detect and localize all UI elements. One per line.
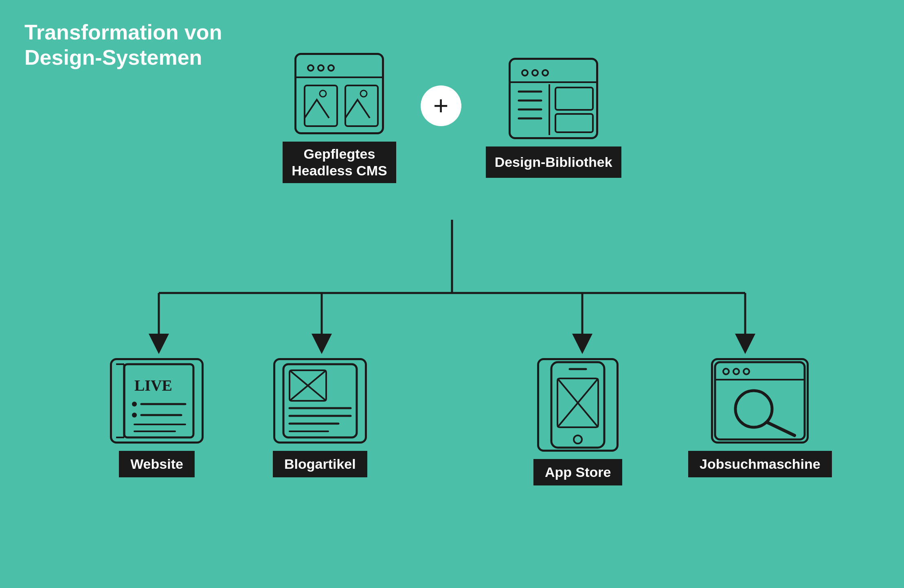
- design-icon-box: [509, 58, 598, 139]
- cms-icon-box: [294, 53, 384, 134]
- blogartikel-icon-box: [273, 358, 367, 444]
- svg-point-15: [320, 90, 326, 97]
- cms-container: Gepflegtes Headless CMS: [283, 53, 396, 183]
- design-lib-container: Design-Bibliothek: [486, 58, 621, 178]
- appstore-icon-box: [537, 358, 619, 452]
- svg-point-11: [318, 65, 324, 71]
- svg-point-57: [744, 369, 749, 374]
- svg-marker-6: [149, 334, 169, 354]
- cms-label: Gepflegtes Headless CMS: [283, 142, 396, 183]
- jobsuche-label: Jobsuchmaschine: [688, 451, 832, 477]
- svg-point-10: [308, 65, 314, 71]
- appstore-container: App Store: [533, 358, 622, 485]
- svg-point-20: [542, 70, 548, 76]
- svg-line-60: [767, 422, 794, 435]
- jobsuche-icon-box: [711, 358, 809, 444]
- website-icon-box: LIVE: [110, 358, 204, 444]
- svg-marker-9: [735, 334, 755, 354]
- svg-point-18: [522, 70, 528, 76]
- blogartikel-label: Blogartikel: [273, 451, 367, 477]
- svg-point-17: [360, 90, 367, 97]
- appstore-label: App Store: [533, 459, 622, 485]
- blogartikel-container: Blogartikel: [273, 358, 367, 477]
- svg-point-56: [733, 369, 739, 374]
- svg-marker-7: [312, 334, 332, 354]
- svg-point-55: [723, 369, 729, 374]
- svg-text:LIVE: LIVE: [134, 377, 172, 394]
- svg-rect-27: [555, 87, 593, 110]
- plus-symbol: +: [421, 85, 461, 126]
- svg-point-19: [532, 70, 538, 76]
- svg-point-53: [574, 435, 582, 444]
- jobsuche-container: Jobsuchmaschine: [688, 358, 832, 477]
- svg-marker-8: [572, 334, 592, 354]
- svg-rect-29: [124, 364, 193, 437]
- website-container: LIVE Website: [110, 358, 204, 477]
- website-label: Website: [119, 451, 195, 477]
- svg-point-34: [132, 402, 137, 407]
- top-row: Gepflegtes Headless CMS +: [0, 53, 904, 183]
- svg-point-12: [328, 65, 334, 71]
- svg-point-36: [132, 413, 137, 418]
- design-label: Design-Bibliothek: [486, 146, 621, 178]
- svg-rect-28: [555, 114, 593, 132]
